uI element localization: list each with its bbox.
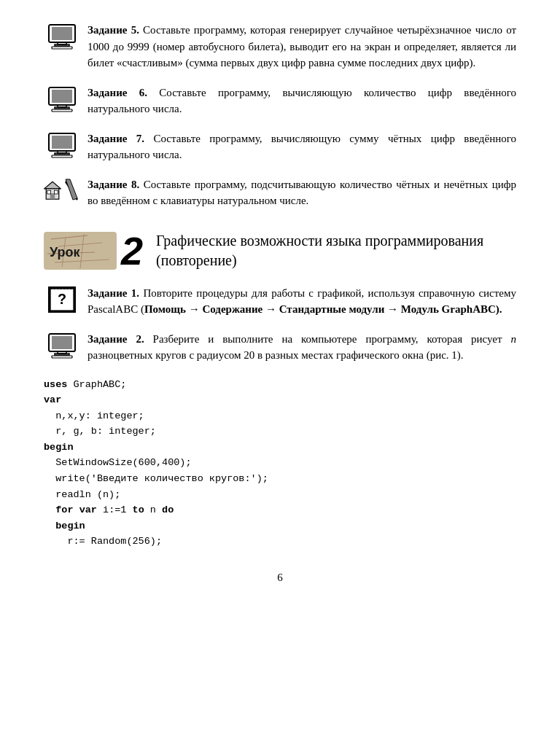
code-line-9: for var i:=1 to n do [44,502,516,518]
lesson-task-1-label: Задание 1. [88,287,139,299]
lesson-title: Графические возможности языка программир… [156,231,516,270]
task-5-text: Задание 5. Составьте программу, которая … [88,22,516,71]
svg-text:?: ? [58,291,66,307]
code-block: uses GraphABC; var n,x,y: integer; r, g,… [44,377,516,550]
lesson-badge: Урок 2 [44,231,143,270]
svg-rect-9 [52,109,72,112]
svg-marker-21 [66,179,77,200]
svg-rect-36 [55,354,69,355]
task-6-icon [44,85,80,112]
page-number: 6 [44,572,516,584]
lesson-task-1-bold: Помощь → Содержание → Стандартные модули… [144,303,502,315]
lesson-task-1: ? Задание 1. Повторите процедуры для раб… [44,285,516,318]
question-mark-icon: ? [48,286,76,313]
task-6-label: Задание 6. [88,87,147,98]
lesson-task-2-label: Задание 2. [88,333,144,345]
lesson-task-2: Задание 2. Разберите и выполните на комп… [44,331,516,364]
task-6-text: Задание 6. Составьте программу, вычисляю… [88,85,516,117]
svg-marker-15 [44,182,61,189]
svg-rect-6 [52,90,72,103]
task-7-text: Задание 7. Составьте программу, вычисляю… [88,130,516,163]
task-5: Задание 5. Составьте программу, которая … [44,22,516,71]
lesson-task-1-text: Задание 1. Повторите процедуры для работ… [88,285,516,318]
code-line-5: begin [44,440,516,456]
task-8-label: Задание 8. [88,179,139,190]
svg-rect-8 [55,107,69,109]
code-line-6: SetWindowSize(600,400); [44,455,516,471]
task-7-label: Задание 7. [88,133,144,144]
task-8-text: Задание 8. Составьте программу, подсчиты… [88,176,516,209]
lesson-number: 2 [121,231,143,270]
lesson-task-2-icon [44,331,80,359]
task-5-label: Задание 5. [88,24,139,36]
code-line-3: n,x,y: integer; [44,408,516,424]
lesson-task-2-text: Задание 2. Разберите и выполните на комп… [88,331,516,364]
task-7-icon [44,130,80,158]
task-8: Задание 8. Составьте программу, подсчиты… [44,176,516,209]
svg-rect-17 [50,193,55,199]
task-8-icon [44,176,80,204]
code-line-4: r, g, b: integer; [44,424,516,440]
svg-text:Урок: Урок [50,245,81,260]
code-line-10: begin [44,518,516,534]
task-6: Задание 6. Составьте программу, вычисляю… [44,85,516,117]
code-line-11: r:= Random(256); [44,534,516,550]
lesson-task-1-icon: ? [44,285,80,313]
code-line-7: write('Введите количество кругов:'); [44,471,516,487]
svg-rect-37 [52,356,72,358]
task-7: Задание 7. Составьте программу, вычисляю… [44,130,516,163]
svg-rect-1 [52,27,72,40]
page: Задание 5. Составьте программу, которая … [0,0,560,729]
svg-rect-14 [52,155,72,157]
svg-rect-3 [55,44,69,46]
svg-rect-4 [52,47,72,49]
code-line-1: uses GraphABC; [44,377,516,393]
svg-rect-18 [47,190,51,194]
svg-rect-13 [55,153,69,155]
code-line-2: var [44,392,516,408]
svg-rect-19 [54,190,58,194]
svg-rect-34 [52,336,72,349]
code-line-8: readln (n); [44,487,516,503]
svg-rect-11 [52,136,72,149]
lesson-header: Урок 2 Графические возможности языка про… [44,231,516,270]
task-5-icon [44,22,80,50]
